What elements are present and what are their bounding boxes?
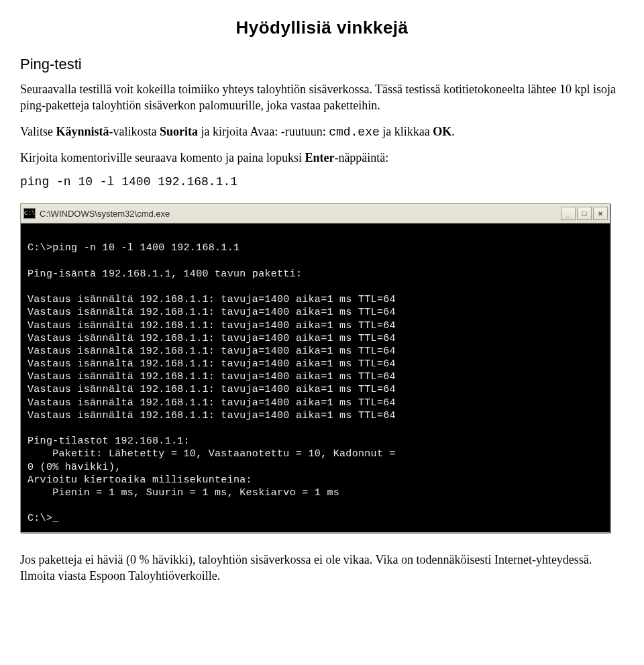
cmd-prompt-icon: C:\	[23, 208, 36, 219]
cmd-intro-text: Kirjoita komentoriville seuraava komento…	[20, 151, 305, 164]
ping-command: ping -n 10 -l 1400 192.168.1.1	[20, 175, 624, 189]
instr-text: ja kirjoita Avaa: -ruutuun:	[198, 125, 329, 138]
close-button[interactable]: ×	[593, 207, 608, 220]
cmd-output: C:\>ping -n 10 -l 1400 192.168.1.1 Ping-…	[20, 223, 610, 532]
instr-bold-start: Käynnistä	[56, 125, 109, 138]
cmd-intro-text: -näppäintä:	[334, 151, 388, 164]
cmd-intro-paragraph: Kirjoita komentoriville seuraava komento…	[20, 150, 624, 166]
section-title: Ping-testi	[20, 56, 624, 73]
instruction-paragraph: Valitse Käynnistä-valikosta Suorita ja k…	[20, 123, 624, 140]
outro-paragraph: Jos paketteja ei häviä (0 % hävikki), ta…	[20, 552, 624, 584]
cmd-titlebar: C:\ C:\WINDOWS\system32\cmd.exe _ □ ×	[20, 203, 610, 223]
minimize-button[interactable]: _	[561, 207, 576, 220]
maximize-button[interactable]: □	[577, 207, 592, 220]
instr-code: cmd.exe	[329, 125, 380, 139]
instr-text: Valitse	[20, 125, 56, 138]
instr-text: ja klikkaa	[380, 125, 433, 138]
instr-text: -valikosta	[109, 125, 160, 138]
intro-paragraph: Seuraavalla testillä voit kokeilla toimi…	[20, 81, 624, 114]
cmd-intro-bold-enter: Enter	[305, 151, 334, 164]
cmd-window-title: C:\WINDOWS\system32\cmd.exe	[40, 209, 561, 219]
instr-text: .	[451, 125, 455, 138]
cmd-window-buttons: _ □ ×	[561, 207, 608, 220]
cmd-window: C:\ C:\WINDOWS\system32\cmd.exe _ □ × C:…	[20, 203, 610, 532]
instr-bold-run: Suorita	[160, 125, 198, 138]
instr-bold-ok: OK	[433, 125, 451, 138]
page-title: Hyödyllisiä vinkkejä	[20, 17, 624, 38]
